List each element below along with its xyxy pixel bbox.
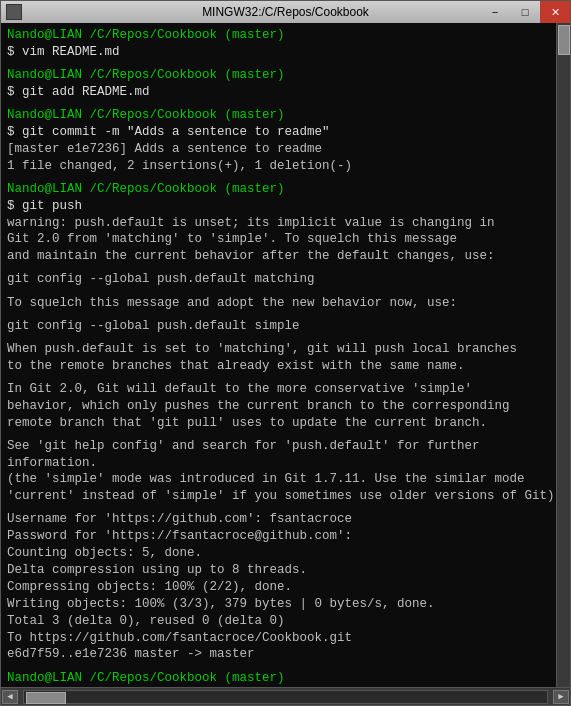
terminal-line: Nando@LIAN /C/Repos/Cookbook (master) xyxy=(7,181,564,198)
terminal-line: remote branch that 'git pull' uses to up… xyxy=(7,415,564,432)
scroll-thumb[interactable] xyxy=(558,25,570,55)
terminal-window: MINGW32:/C/Repos/Cookbook − □ ✕ Nando@LI… xyxy=(0,0,571,706)
terminal-line: $ git commit -m "Adds a sentence to read… xyxy=(7,124,564,141)
terminal-line: Password for 'https://fsantacroce@github… xyxy=(7,528,564,545)
terminal-line: warning: push.default is unset; its impl… xyxy=(7,215,564,232)
close-button[interactable]: ✕ xyxy=(540,1,570,23)
bottom-scrollbar-bar: ◀ ▶ xyxy=(1,687,570,705)
terminal-line: Writing objects: 100% (3/3), 379 bytes |… xyxy=(7,596,564,613)
terminal-line: e6d7f59..e1e7236 master -> master xyxy=(7,646,564,663)
terminal-line: (the 'simple' mode was introduced in Git… xyxy=(7,471,564,488)
terminal-line: Username for 'https://github.com': fsant… xyxy=(7,511,564,528)
terminal-line: and maintain the current behavior after … xyxy=(7,248,564,265)
terminal-line: Counting objects: 5, done. xyxy=(7,545,564,562)
terminal-line: $ git push xyxy=(7,198,564,215)
terminal-line: git config --global push.default simple xyxy=(7,318,564,335)
terminal-icon xyxy=(6,4,22,20)
terminal-line: $ git add README.md xyxy=(7,84,564,101)
terminal-line: Nando@LIAN /C/Repos/Cookbook (master) xyxy=(7,67,564,84)
terminal-line: When push.default is set to 'matching', … xyxy=(7,341,564,358)
terminal-line: $ vim README.md xyxy=(7,44,564,61)
terminal-line: to the remote branches that already exis… xyxy=(7,358,564,375)
scroll-right-arrow[interactable]: ▶ xyxy=(553,690,569,704)
maximize-button[interactable]: □ xyxy=(510,1,540,23)
terminal-line: Delta compression using up to 8 threads. xyxy=(7,562,564,579)
horizontal-scrollbar-track[interactable] xyxy=(23,690,548,704)
titlebar-title: MINGW32:/C/Repos/Cookbook xyxy=(202,5,369,19)
minimize-button[interactable]: − xyxy=(480,1,510,23)
terminal-line: Total 3 (delta 0), reused 0 (delta 0) xyxy=(7,613,564,630)
scroll-left-arrow[interactable]: ◀ xyxy=(2,690,18,704)
terminal-line: Nando@LIAN /C/Repos/Cookbook (master) xyxy=(7,670,564,687)
terminal-line: Compressing objects: 100% (2/2), done. xyxy=(7,579,564,596)
horizontal-scroll-thumb[interactable] xyxy=(26,692,66,704)
vertical-scrollbar[interactable] xyxy=(556,23,570,687)
terminal-line: $ xyxy=(7,686,564,687)
terminal-line: 'current' instead of 'simple' if you som… xyxy=(7,488,564,505)
terminal-line: git config --global push.default matchin… xyxy=(7,271,564,288)
terminal-line: To https://github.com/fsantacroce/Cookbo… xyxy=(7,630,564,647)
terminal-line: See 'git help config' and search for 'pu… xyxy=(7,438,564,472)
terminal-line: Nando@LIAN /C/Repos/Cookbook (master) xyxy=(7,27,564,44)
terminal-line: behavior, which only pushes the current … xyxy=(7,398,564,415)
terminal-line: Git 2.0 from 'matching' to 'simple'. To … xyxy=(7,231,564,248)
titlebar-controls: − □ ✕ xyxy=(480,1,570,23)
terminal-line: [master e1e7236] Adds a sentence to read… xyxy=(7,141,564,158)
terminal-line: 1 file changed, 2 insertions(+), 1 delet… xyxy=(7,158,564,175)
titlebar: MINGW32:/C/Repos/Cookbook − □ ✕ xyxy=(1,1,570,23)
terminal-line: In Git 2.0, Git will default to the more… xyxy=(7,381,564,398)
terminal-line: Nando@LIAN /C/Repos/Cookbook (master) xyxy=(7,107,564,124)
terminal-line: To squelch this message and adopt the ne… xyxy=(7,295,564,312)
terminal-output: Nando@LIAN /C/Repos/Cookbook (master)$ v… xyxy=(1,23,570,687)
